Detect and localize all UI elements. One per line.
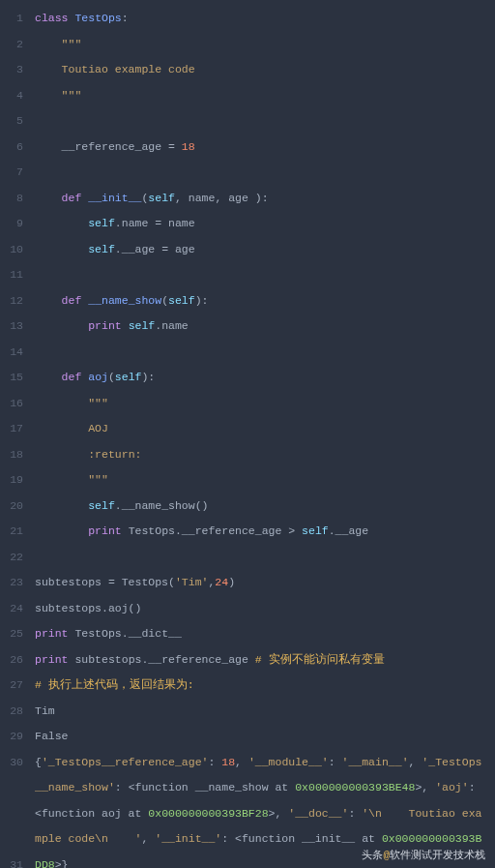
code-line: Tim [35,699,487,725]
line-number: 4 [0,83,23,109]
code-line: def __init__(self, name, age ): [35,186,487,212]
watermark: 头条@软件测试开发技术栈 [362,848,485,862]
code-line: print TestOps.__reference_age > self.__a… [35,519,487,545]
code-line [35,108,487,135]
code-line: print subtestops.__reference_age # 实例不能访… [35,647,487,673]
code-line: """ [35,83,487,109]
line-number: 12 [0,288,23,314]
line-number: 1 [0,6,23,32]
watermark-prefix: 头条 [362,850,383,861]
line-number: 30 [0,750,23,853]
code-line [35,160,487,186]
line-number: 7 [0,160,23,186]
line-number: 18 [0,442,23,468]
line-number: 17 [0,416,23,442]
code-line: self.name = name [35,211,487,237]
code-line: print self.name [35,314,487,340]
line-number: 2 [0,32,23,58]
code-line: # 执行上述代码，返回结果为: [35,673,487,699]
code-line [35,262,487,288]
code-line: """ [35,391,487,417]
line-number: 24 [0,596,23,622]
line-number: 25 [0,621,23,647]
watermark-name: 软件测试开发技术栈 [390,850,485,861]
line-number: 10 [0,237,23,263]
code-line [35,340,487,366]
line-number: 15 [0,365,23,391]
line-number: 19 [0,467,23,494]
code-line: subtestops.aoj() [35,596,487,622]
code-line: def aoj(self): [35,365,487,391]
line-number: 6 [0,135,23,161]
code-line: __reference_age = 18 [35,135,487,161]
watermark-at: @ [383,850,390,861]
line-number: 27 [0,673,23,699]
code-line: subtestops = TestOps('Tim',24) [35,570,487,596]
line-number: 28 [0,699,23,725]
code-line: print TestOps.__dict__ [35,621,487,647]
line-number: 23 [0,570,23,596]
line-number: 5 [0,108,23,135]
line-number: 16 [0,391,23,417]
code-editor: 1234567891011121314151617181920212223242… [0,0,495,868]
line-number: 20 [0,494,23,520]
code-line: class TestOps: [35,6,487,32]
line-number: 14 [0,340,23,366]
code-line: """ [35,467,487,494]
code-line: False [35,724,487,750]
line-number: 22 [0,545,23,571]
code-line: :return: [35,442,487,468]
line-number: 8 [0,186,23,212]
code-line: """ [35,32,487,58]
code-line [35,545,487,571]
code-line: AOJ [35,416,487,442]
line-number: 13 [0,314,23,340]
code-line: Toutiao example code [35,57,487,83]
line-number: 3 [0,57,23,83]
line-number: 11 [0,262,23,288]
code-line: self.__name_show() [35,494,487,520]
line-number: 31 [0,853,23,869]
line-number-gutter: 1234567891011121314151617181920212223242… [0,0,31,868]
line-number: 9 [0,211,23,237]
code-line: self.__age = age [35,237,487,263]
code-content: class TestOps: """ Toutiao example code … [31,0,495,868]
code-line: def __name_show(self): [35,288,487,314]
line-number: 29 [0,724,23,750]
line-number: 26 [0,647,23,673]
line-number: 21 [0,519,23,545]
